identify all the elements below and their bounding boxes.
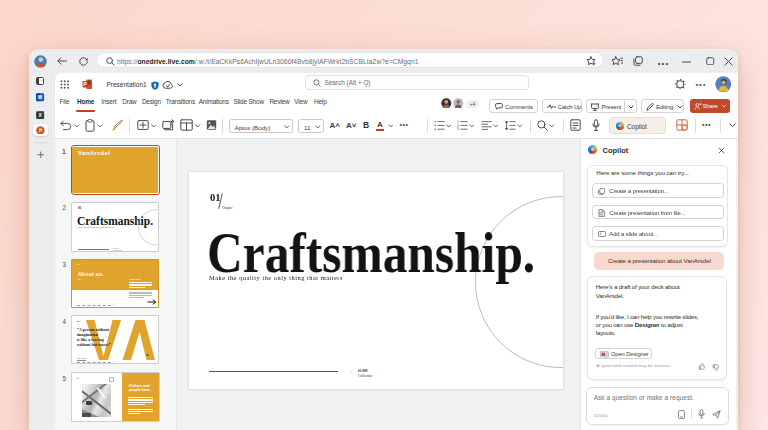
svg-text:3: 3 xyxy=(457,127,459,131)
